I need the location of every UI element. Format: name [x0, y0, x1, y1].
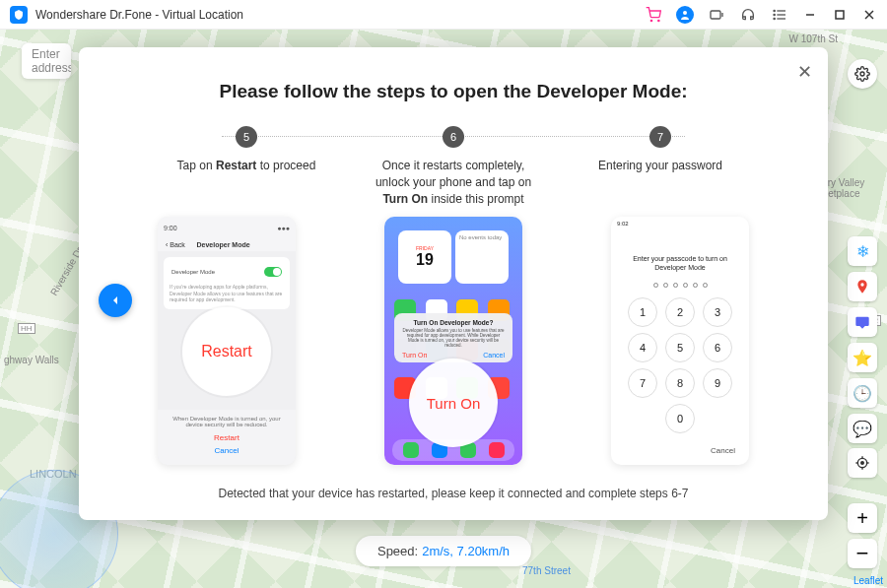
key-3: 3: [703, 297, 732, 327]
minimize-button[interactable]: [802, 7, 818, 23]
tool-chat-icon[interactable]: 💬: [848, 414, 877, 443]
phone-passcode: 9:02 Enter your passcode to turn on Deve…: [611, 217, 749, 465]
phone-mockups-row: 9:00●●● ‹ Back Developer Mode Developer …: [128, 217, 779, 465]
toggle-icon: [264, 267, 282, 277]
phone-turnon: FRIDAY 19 No events today Turn On Develo…: [384, 217, 522, 465]
key-2: 2: [665, 297, 695, 327]
key-4: 4: [628, 333, 657, 362]
key-1: 1: [628, 297, 657, 327]
zoom-in-button[interactable]: +: [848, 503, 877, 533]
key-7: 7: [628, 368, 657, 398]
support-icon[interactable]: [739, 6, 757, 24]
speed-bar: Speed: 2m/s, 7.20km/h: [356, 536, 531, 566]
speed-label: Speed:: [377, 544, 418, 558]
key-8: 8: [665, 368, 695, 398]
tool-snow-icon[interactable]: ❄: [848, 236, 877, 266]
key-0: 0: [665, 404, 695, 433]
step-text-6: Once it restarts completely, unlock your…: [365, 158, 542, 207]
p3-prompt: Enter your passcode to turn on Developer…: [611, 230, 749, 278]
key-blank2: [703, 404, 732, 433]
phone-restart: 9:00●●● ‹ Back Developer Mode Developer …: [158, 217, 296, 465]
p2-cal-widget: FRIDAY 19: [398, 230, 451, 284]
step-6: 6 Once it restarts completely, unlock yo…: [365, 126, 542, 207]
search-input[interactable]: Enter address: [22, 43, 71, 79]
step-5: 5 Tap on Restart to proceed: [158, 126, 335, 207]
record-icon[interactable]: [708, 6, 725, 24]
modal-title: Please follow the steps to open the Deve…: [128, 81, 779, 102]
tool-discord-icon[interactable]: [848, 307, 877, 337]
modal-footer-text: Detected that your device has restarted,…: [128, 487, 779, 500]
map-label-w107: W 107th St: [789, 33, 838, 44]
step-num-6: 6: [443, 126, 464, 148]
zoom-panel: + −: [848, 503, 877, 568]
developer-mode-modal: ✕ Please follow the steps to open the De…: [79, 47, 828, 520]
p3-dots: [611, 283, 749, 288]
p3-cancel: Cancel: [711, 446, 735, 455]
step-num-5: 5: [236, 126, 257, 148]
zoom-out-button[interactable]: −: [848, 539, 877, 568]
tool-gmaps-icon[interactable]: [848, 272, 877, 301]
search-placeholder: Enter address: [32, 47, 71, 75]
svg-point-14: [860, 72, 864, 76]
close-icon[interactable]: ✕: [797, 61, 812, 83]
svg-point-2: [683, 11, 687, 15]
svg-rect-11: [836, 11, 844, 19]
back-button[interactable]: [99, 284, 132, 317]
p3-time: 9:02: [611, 217, 749, 230]
list-icon[interactable]: [771, 6, 788, 24]
right-tool-panel: ❄ ⭐ 🕒 💬: [848, 236, 877, 443]
user-icon[interactable]: [676, 6, 694, 24]
svg-rect-3: [711, 11, 720, 19]
key-6: 6: [703, 333, 732, 362]
p1-topbar: 9:00●●●: [158, 217, 296, 238]
locate-button[interactable]: [848, 448, 877, 478]
tool-star-icon[interactable]: ⭐: [848, 343, 877, 372]
speed-value: 2m/s, 7.20km/h: [422, 544, 510, 558]
key-5: 5: [665, 333, 695, 362]
svg-point-1: [658, 20, 659, 21]
p2-turnon-circle: Turn On: [409, 359, 498, 447]
p3-keypad: 1 2 3 4 5 6 7 8 9 0: [611, 297, 749, 433]
tool-clock-icon[interactable]: 🕒: [848, 378, 877, 408]
steps-header-row: 5 Tap on Restart to proceed 6 Once it re…: [128, 126, 779, 207]
key-blank: [628, 404, 657, 433]
svg-point-17: [861, 462, 864, 465]
step-num-7: 7: [649, 126, 671, 148]
app-title: Wondershare Dr.Fone - Virtual Location: [35, 8, 645, 22]
p1-toggle-row: Developer Mode If you're developing apps…: [164, 257, 290, 309]
svg-point-0: [650, 20, 651, 21]
map-shield-hh: HH: [18, 323, 35, 334]
p2-prompt: Turn On Developer Mode? Developer Mode a…: [394, 313, 512, 362]
map-label-highway: ghway Walls: [4, 355, 59, 365]
maximize-button[interactable]: [832, 7, 848, 23]
app-logo-icon: [10, 6, 28, 24]
close-window-button[interactable]: [861, 7, 877, 23]
key-9: 9: [703, 368, 732, 398]
p2-events-widget: No events today: [455, 230, 509, 284]
cart-icon[interactable]: [645, 6, 662, 24]
map-label-w77: 77th Street: [522, 565, 571, 576]
map-attribution[interactable]: Leaflet: [853, 575, 883, 586]
step-text-5: Tap on Restart to proceed: [177, 158, 316, 207]
svg-point-9: [774, 18, 775, 19]
step-text-7: Entering your password: [598, 158, 722, 207]
titlebar: Wondershare Dr.Fone - Virtual Location: [0, 0, 887, 30]
step-7: 7 Entering your password: [572, 126, 749, 207]
settings-gear-icon[interactable]: [848, 59, 877, 89]
p1-action-sheet: When Developer Mode is turned on, your d…: [158, 410, 296, 465]
svg-point-7: [774, 10, 775, 11]
svg-point-15: [860, 283, 863, 286]
svg-point-8: [774, 14, 775, 15]
p1-restart-circle: Restart: [182, 307, 271, 396]
p1-header: ‹ Back Developer Mode: [158, 238, 296, 251]
